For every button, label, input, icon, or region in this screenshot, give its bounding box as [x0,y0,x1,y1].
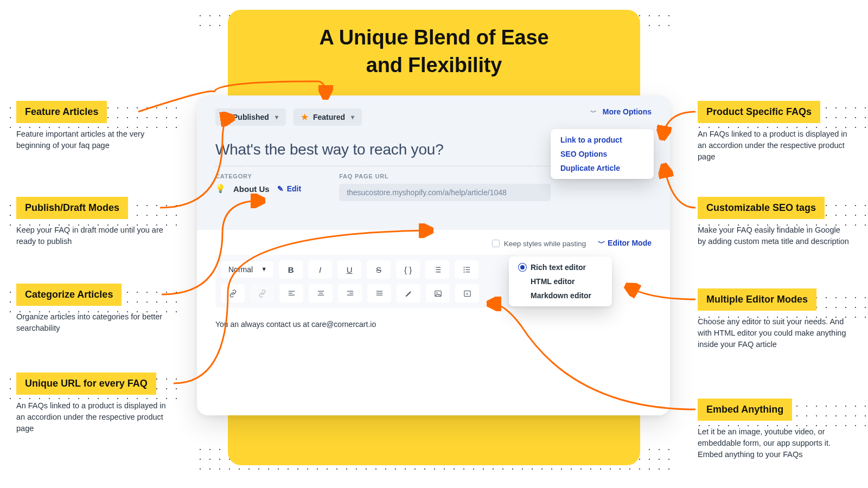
edit-label: Edit [287,184,301,193]
align-justify-icon [375,289,384,298]
pencil-icon: ✎ [277,184,284,193]
menu-seo-options[interactable]: SEO Options [560,150,644,158]
image-icon [433,289,443,298]
faq-url-box[interactable]: thesucostore.myshopify.com/a/help/articl… [339,184,551,201]
callout-unique-url: Unique URL for every FAQ An FAQs linked … [16,373,168,434]
callout-body: Choose any editor to suit your needs. An… [698,316,850,350]
svg-rect-16 [376,293,382,293]
svg-rect-17 [376,294,382,295]
image-button[interactable] [426,284,450,303]
more-options-menu: Link to a product SEO Options Duplicate … [551,129,654,179]
color-picker-button[interactable] [397,284,420,303]
align-justify-button[interactable] [367,284,391,303]
svg-rect-7 [288,293,292,293]
bullet-list-icon [462,265,471,274]
svg-rect-12 [347,291,353,291]
more-options-label: More Options [603,107,652,116]
menu-html-editor[interactable]: HTML editor [519,277,602,286]
hero-title-l1: A Unique Blend of Ease [320,26,549,49]
unlink-button[interactable] [250,284,274,303]
category-name: About Us [233,184,270,194]
align-center-button[interactable] [309,284,333,303]
callout-title: Product Specific FAQs [698,101,820,123]
callout-editor-modes: Multiple Editor Modes Choose any editor … [698,288,850,350]
menu-rich-text-editor[interactable]: Rich text editor [519,263,602,272]
paragraph-style-value: Normal [228,265,253,274]
edit-category-link[interactable]: ✎ Edit [277,184,301,193]
svg-rect-15 [376,291,382,291]
more-options-button[interactable]: ﹀ More Options [590,107,652,117]
checkbox-icon [492,240,500,247]
callout-feature-articles: Feature Articles Feature important artic… [16,101,168,151]
callout-body: An FAQs linked to a product is displayed… [16,400,168,434]
callout-title: Publish/Draft Modes [16,197,128,219]
bulb-icon: 💡 [215,184,226,194]
callout-title: Embed Anything [698,399,792,421]
callout-body: Keep your FAQ in draft mode until you ar… [16,224,168,247]
embed-button[interactable]: #. [455,284,479,303]
callout-title: Unique URL for every FAQ [16,373,156,395]
embed-icon: #. [463,289,472,298]
callout-body: Let it be an image, youtube video, or em… [698,426,850,460]
svg-text:#.: #. [466,292,469,296]
align-left-button[interactable] [279,284,303,303]
svg-rect-14 [347,294,353,295]
callout-seo-tags: Customizable SEO tags Make your FAQ easi… [698,197,850,247]
chevron-down-icon: ﹀ [590,108,597,116]
callout-title: Feature Articles [16,101,107,123]
published-label: Published [233,113,269,121]
menu-duplicate-article[interactable]: Duplicate Article [560,164,644,172]
align-right-icon [346,289,355,298]
svg-rect-6 [288,291,294,291]
callout-embed-anything: Embed Anything Let it be an image, youtu… [698,399,850,460]
menu-link-to-product[interactable]: Link to a product [560,136,644,144]
keep-styles-checkbox[interactable]: Keep styles while pasting [492,240,586,248]
featured-label: Featured [313,113,345,121]
svg-rect-10 [318,293,322,293]
hero-title: A Unique Blend of Ease and Flexibility [244,24,624,80]
align-center-icon [316,289,326,298]
chevron-down-icon: ▾ [275,113,278,121]
menu-markdown-editor[interactable]: Markdown editor [519,291,602,300]
callout-body: Make your FAQ easily findable in Google … [698,224,850,247]
bullet-list-button[interactable] [455,260,478,279]
svg-rect-9 [317,291,323,291]
svg-point-0 [463,267,464,268]
url-label: FAQ PAGE URL [339,173,551,179]
svg-point-2 [463,271,464,272]
callout-categorize: Categorize Articles Organize articles in… [16,284,168,334]
category-label: CATEGORY [215,173,301,179]
code-button[interactable]: { } [396,260,420,279]
callout-body: Organize articles into categories for be… [16,311,168,334]
svg-point-19 [436,292,437,293]
chevron-down-icon: ▾ [351,113,354,121]
callout-publish-draft: Publish/Draft Modes Keep your FAQ in dra… [16,197,168,247]
callout-body: Feature important articles at the very b… [16,129,168,151]
featured-pill[interactable]: ★ Featured ▾ [293,108,362,126]
align-right-button[interactable] [338,284,362,303]
callout-title: Categorize Articles [16,284,122,306]
ordered-list-button[interactable] [425,260,449,279]
chevron-down-icon: ﹀ [598,239,605,247]
hero-title-l2: and Flexibility [366,54,502,76]
svg-rect-8 [288,294,294,295]
italic-button[interactable]: I [308,260,332,279]
underline-button[interactable]: U [337,260,361,279]
unlink-icon [258,289,267,298]
callout-body: An FAQs linked to a product is displayed… [698,129,850,163]
editor-mode-button[interactable]: ﹀ Editor Mode [598,239,652,248]
callout-product-faqs: Product Specific FAQs An FAQs linked to … [698,101,850,163]
strike-button[interactable]: S [367,260,391,279]
bold-button[interactable]: B [279,260,303,279]
editor-mode-label: Editor Mode [608,239,652,247]
svg-rect-3 [465,267,470,267]
paragraph-style-dropdown[interactable]: Normal ▼ [221,261,273,278]
editor-mode-menu: Rich text editor HTML editor Markdown ed… [509,256,612,306]
link-button[interactable] [221,284,245,303]
svg-rect-5 [465,272,470,272]
triangle-down-icon: ▼ [261,266,267,272]
callout-title: Customizable SEO tags [698,197,825,219]
star-icon: ★ [301,112,308,122]
editor-content[interactable]: You an always contact us at care@cornerc… [215,320,652,329]
published-pill[interactable]: Published ▾ [215,108,286,126]
